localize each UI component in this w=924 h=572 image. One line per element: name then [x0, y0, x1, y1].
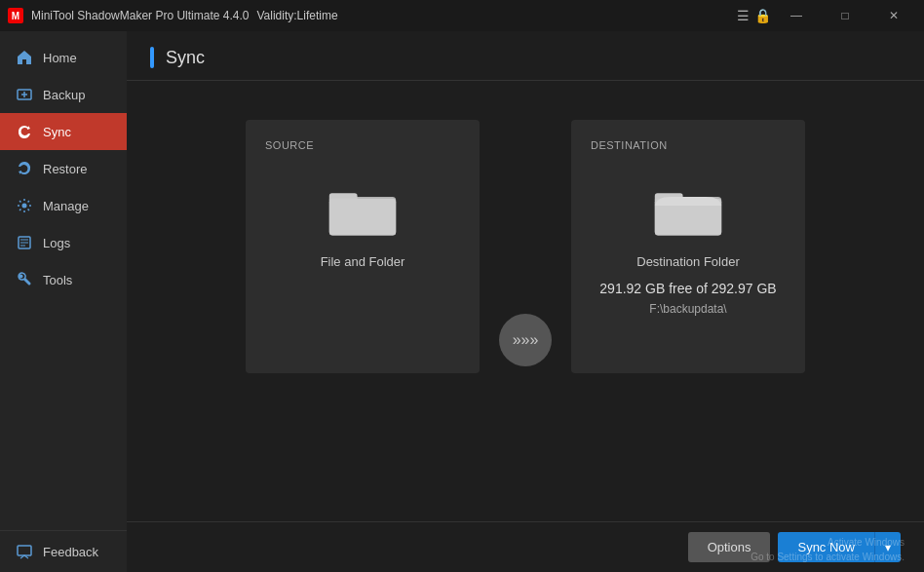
- destination-header: DESTINATION: [591, 139, 668, 151]
- arrow-symbol: »»»: [513, 331, 539, 349]
- app-title: MiniTool ShadowMaker Pro Ultimate 4.4.0: [31, 9, 249, 22]
- title-bar-controls: ☰ 🔒 — □ ✕: [735, 0, 916, 31]
- menu-icon[interactable]: ☰: [735, 8, 751, 23]
- sidebar-label-restore: Restore: [43, 162, 88, 176]
- destination-folder-icon: [653, 180, 723, 239]
- app-logo: M: [8, 8, 23, 23]
- home-icon: [16, 49, 33, 66]
- sidebar-bottom: Feedback: [0, 530, 127, 572]
- sidebar-label-manage: Manage: [43, 199, 89, 213]
- sync-icon: [16, 123, 33, 140]
- page-header: Sync: [127, 31, 924, 81]
- minimize-button[interactable]: —: [774, 0, 819, 31]
- svg-point-1: [22, 204, 27, 209]
- sidebar-nav: Home Backup Sync Restor: [0, 31, 127, 530]
- sidebar-label-home: Home: [43, 51, 77, 65]
- source-header: SOURCE: [265, 139, 314, 151]
- sidebar: Home Backup Sync Restor: [0, 31, 127, 572]
- title-bar: M MiniTool ShadowMaker Pro Ultimate 4.4.…: [0, 0, 924, 31]
- svg-point-3: [19, 275, 23, 279]
- title-bar-left: M MiniTool ShadowMaker Pro Ultimate 4.4.…: [8, 8, 338, 23]
- sidebar-label-backup: Backup: [43, 88, 85, 102]
- source-label: File and Folder: [321, 254, 405, 269]
- sidebar-item-sync[interactable]: Sync: [0, 113, 127, 150]
- sync-arrow-button[interactable]: »»»: [499, 314, 552, 366]
- feedback-item[interactable]: Feedback: [16, 543, 111, 560]
- maximize-button[interactable]: □: [823, 0, 867, 31]
- header-bar-accent: [150, 47, 154, 68]
- manage-icon: [16, 197, 33, 214]
- destination-card[interactable]: DESTINATION Destination Folder 291.92 GB…: [571, 120, 805, 373]
- sync-area: SOURCE File and Folder »»» DESTINATION: [127, 81, 924, 521]
- lock-icon[interactable]: 🔒: [754, 8, 770, 23]
- page-title: Sync: [166, 48, 205, 68]
- sidebar-item-manage[interactable]: Manage: [0, 187, 127, 224]
- destination-path: F:\backupdata\: [649, 302, 726, 316]
- main-layout: Home Backup Sync Restor: [0, 31, 924, 572]
- windows-watermark: Activate Windows Go to Settings to activ…: [751, 535, 905, 564]
- feedback-label: Feedback: [43, 545, 98, 559]
- content-area: Sync SOURCE File and Folder »»»: [127, 31, 924, 572]
- sidebar-item-tools[interactable]: Tools: [0, 261, 127, 298]
- sidebar-label-sync: Sync: [43, 125, 71, 139]
- sidebar-item-restore[interactable]: Restore: [0, 150, 127, 187]
- tools-icon: [16, 271, 33, 288]
- svg-rect-4: [18, 546, 31, 555]
- restore-icon: [16, 160, 33, 177]
- logs-icon: [16, 234, 33, 251]
- source-card[interactable]: SOURCE File and Folder: [246, 120, 480, 373]
- sidebar-item-backup[interactable]: Backup: [0, 76, 127, 113]
- destination-free-space: 291.92 GB free of 292.97 GB: [599, 281, 776, 296]
- backup-icon: [16, 86, 33, 103]
- destination-label: Destination Folder: [636, 254, 740, 269]
- sidebar-label-tools: Tools: [43, 273, 72, 287]
- svg-rect-7: [329, 199, 396, 236]
- app-validity: Validity:Lifetime: [256, 9, 337, 22]
- sidebar-label-logs: Logs: [43, 236, 70, 250]
- feedback-icon: [16, 543, 33, 560]
- close-button[interactable]: ✕: [871, 0, 916, 31]
- sidebar-item-logs[interactable]: Logs: [0, 224, 127, 261]
- sidebar-item-home[interactable]: Home: [0, 39, 127, 76]
- source-folder-icon: [327, 180, 398, 239]
